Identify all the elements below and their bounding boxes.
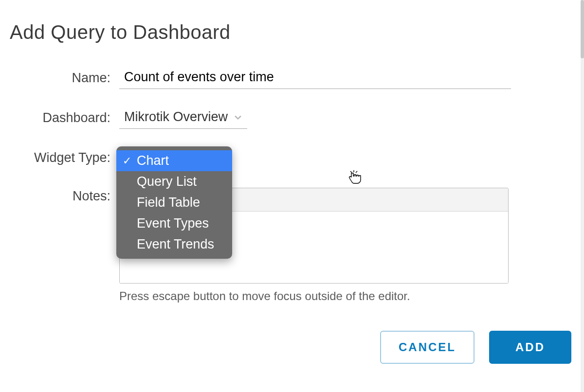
widget-type-option-event-types[interactable]: Event Types	[116, 213, 232, 234]
widget-type-option-chart[interactable]: ✓ Chart	[116, 150, 232, 171]
widget-type-dropdown[interactable]: ✓ Chart Query List Field Table Event Typ…	[116, 146, 232, 259]
widget-type-option-event-trends[interactable]: Event Trends	[116, 234, 232, 255]
label-name: Name:	[10, 70, 119, 86]
dashboard-select[interactable]: Mikrotik Overview	[119, 109, 247, 129]
label-notes: Notes:	[10, 188, 119, 204]
dropdown-item-label: Chart	[137, 153, 169, 168]
dialog-actions: CANCEL ADD	[380, 331, 571, 364]
dialog-title: Add Query to Dashboard	[10, 21, 569, 43]
row-dashboard: Dashboard: Mikrotik Overview	[10, 109, 569, 129]
name-input[interactable]	[119, 70, 511, 89]
dialog-form: Name: Dashboard: Mikrotik Overview Widge…	[10, 70, 569, 303]
dropdown-item-label: Field Table	[137, 195, 200, 210]
dropdown-item-label: Event Trends	[137, 237, 214, 252]
row-notes: Notes: Press escape button to move focus…	[10, 188, 569, 303]
label-widget-type: Widget Type:	[10, 149, 119, 165]
row-widget-type: Widget Type: Chart ✓ Chart Qu	[10, 149, 569, 173]
chevron-down-icon	[233, 112, 243, 123]
dashboard-select-value: Mikrotik Overview	[124, 109, 228, 125]
dropdown-item-label: Query List	[137, 174, 197, 189]
scrollbar-thumb[interactable]	[581, 0, 584, 58]
widget-type-option-field-table[interactable]: Field Table	[116, 192, 232, 213]
check-icon: ✓	[122, 155, 132, 167]
add-query-dialog: Add Query to Dashboard Name: Dashboard: …	[10, 21, 569, 303]
dropdown-item-label: Event Types	[137, 216, 209, 231]
widget-type-option-query-list[interactable]: Query List	[116, 171, 232, 192]
row-name: Name:	[10, 70, 569, 89]
cancel-button[interactable]: CANCEL	[380, 331, 474, 364]
label-dashboard: Dashboard:	[10, 109, 119, 125]
notes-hint: Press escape button to move focus outsid…	[119, 289, 569, 303]
add-button[interactable]: ADD	[489, 331, 571, 364]
scrollbar-vertical[interactable]	[581, 0, 584, 392]
